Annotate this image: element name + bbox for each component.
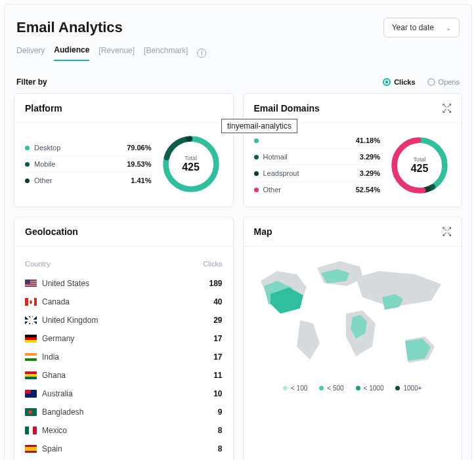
tooltip: tinyemail-analytics xyxy=(221,119,297,133)
expand-icon[interactable]: ↖↗↙↘ xyxy=(442,103,451,114)
map-legend-item: < 500 xyxy=(319,385,343,392)
table-row: Germany17 xyxy=(25,329,223,348)
date-range-dropdown[interactable]: Year to date ⌄ xyxy=(383,18,460,37)
world-map xyxy=(254,255,451,379)
page-title: Email Analytics xyxy=(16,19,123,36)
legend-item: Desktop79.06% xyxy=(25,140,152,156)
geolocation-card: Geolocation Country Clicks United States… xyxy=(14,217,234,460)
table-row: India17 xyxy=(25,348,223,366)
flag-icon xyxy=(25,316,37,324)
tab-revenue[interactable]: [Revenue] xyxy=(98,46,135,60)
geolocation-title: Geolocation xyxy=(25,226,78,237)
map-card: Map ↖↗↙↘ xyxy=(243,217,463,460)
legend-dot-icon xyxy=(356,386,360,390)
domains-total-value: 425 xyxy=(411,163,429,175)
flag-icon xyxy=(25,371,37,379)
geo-col-country: Country xyxy=(25,260,51,268)
table-row: Spain8 xyxy=(25,440,223,458)
legend-dot-icon xyxy=(254,138,259,143)
legend-dot-icon xyxy=(254,171,259,176)
legend-dot-icon xyxy=(319,386,324,390)
table-row: Bangladesh9 xyxy=(25,403,223,421)
table-row: Ghana11 xyxy=(25,366,223,385)
tab-audience[interactable]: Audience xyxy=(54,45,89,61)
legend-item: Other1.41% xyxy=(25,173,152,188)
platform-total-value: 425 xyxy=(182,161,200,173)
radio-opens[interactable]: Opens xyxy=(427,78,460,86)
radio-dot-icon xyxy=(427,78,435,86)
chevron-down-icon: ⌄ xyxy=(446,24,451,31)
table-row: United States189 xyxy=(25,274,223,293)
legend-dot-icon xyxy=(25,146,30,150)
flag-icon xyxy=(25,298,37,306)
table-row: Mexico8 xyxy=(25,421,223,440)
legend-item: Hotmail3.29% xyxy=(254,149,381,165)
radio-dot-icon xyxy=(383,78,391,86)
date-range-label: Year to date xyxy=(392,23,434,32)
legend-item: Mobile19.53% xyxy=(25,156,152,173)
flag-icon xyxy=(25,390,37,398)
platform-card: Platform Desktop79.06%Mobile19.53%Other1… xyxy=(14,93,234,207)
radio-clicks[interactable]: Clicks xyxy=(383,78,415,86)
legend-dot-icon xyxy=(283,386,288,390)
platform-title: Platform xyxy=(25,103,62,114)
table-row: Australia10 xyxy=(25,385,223,403)
flag-icon xyxy=(25,335,37,343)
legend-dot-icon xyxy=(25,162,30,167)
filter-radio-group: ClicksOpens xyxy=(383,78,460,86)
platform-donut: Total 425 xyxy=(160,133,223,196)
legend-dot-icon xyxy=(254,155,259,159)
domains-donut: Total 425 xyxy=(388,134,451,197)
legend-item: Other52.54% xyxy=(254,182,381,198)
legend-dot-icon xyxy=(395,386,400,390)
map-legend-item: 1000+ xyxy=(395,385,422,392)
tabs: DeliveryAudience[Revenue][Benchmark]i xyxy=(11,37,465,66)
legend-dot-icon xyxy=(254,188,259,192)
legend-dot-icon xyxy=(25,178,30,183)
expand-icon[interactable]: ↖↗↙↘ xyxy=(442,226,451,237)
table-row: United Kingdom29 xyxy=(25,311,223,329)
domains-title: Email Domains xyxy=(254,103,320,114)
table-row: Canada40 xyxy=(25,293,223,311)
tab-benchmark[interactable]: [Benchmark] xyxy=(144,46,188,60)
flag-icon xyxy=(25,280,37,287)
map-legend-item: < 100 xyxy=(283,385,307,392)
flag-icon xyxy=(25,408,37,416)
legend-item: Leadsprout3.29% xyxy=(254,165,381,182)
flag-icon xyxy=(25,445,37,453)
flag-icon xyxy=(25,353,37,361)
map-title: Map xyxy=(254,226,272,237)
map-legend-item: < 1000 xyxy=(356,385,384,392)
geo-col-clicks: Clicks xyxy=(203,260,222,268)
filter-label: Filter by xyxy=(16,77,47,87)
platform-total-label: Total xyxy=(184,155,197,161)
info-icon[interactable]: i xyxy=(197,49,206,58)
legend-item: 41.18% xyxy=(254,133,381,149)
domains-card: Email Domains ↖↗↙↘ 41.18%Hotmail3.29%Lea… xyxy=(243,93,463,207)
flag-icon xyxy=(25,427,37,434)
domains-total-label: Total xyxy=(413,156,425,163)
tab-delivery[interactable]: Delivery xyxy=(16,46,45,60)
